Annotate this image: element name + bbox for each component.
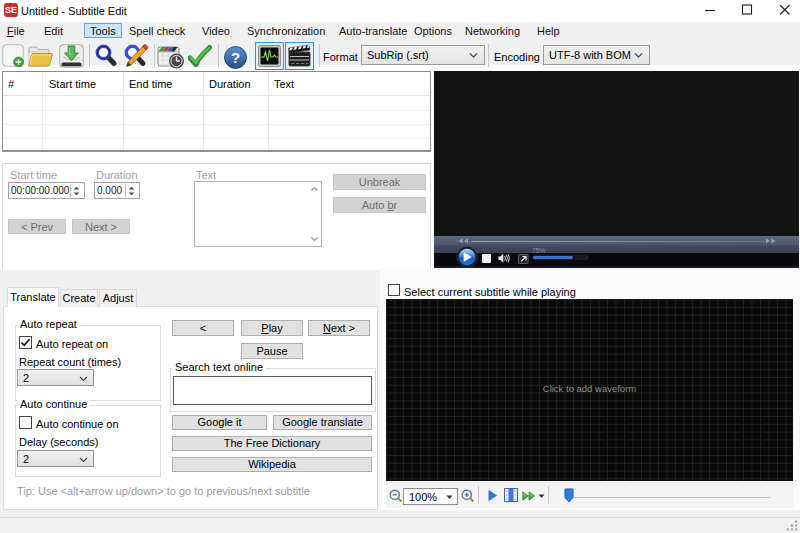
svg-text:?: ?	[231, 49, 240, 66]
